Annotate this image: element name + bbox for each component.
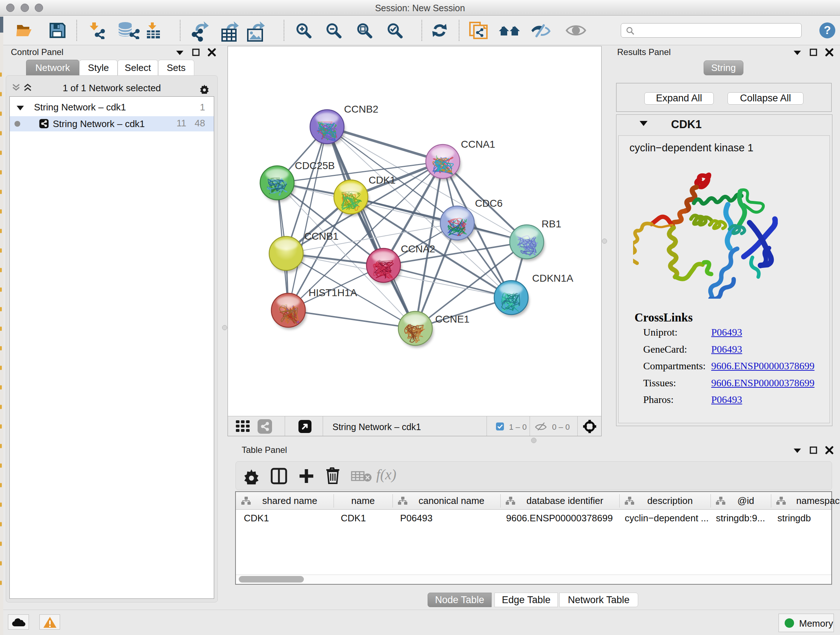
svg-text:CDK1: CDK1: [369, 174, 396, 186]
svg-text:CCNA2: CCNA2: [401, 243, 435, 255]
svg-text:CCNB1: CCNB1: [304, 231, 339, 242]
svg-text:RB1: RB1: [542, 218, 561, 230]
svg-text:CDC6: CDC6: [475, 198, 502, 209]
svg-text:CDC25B: CDC25B: [295, 160, 335, 171]
svg-text:CDKN1A: CDKN1A: [532, 272, 573, 284]
svg-text:CCNA1: CCNA1: [461, 139, 495, 150]
svg-text:HIST1H1A: HIST1H1A: [309, 287, 357, 298]
svg-text:CCNB2: CCNB2: [344, 103, 378, 115]
svg-text:CCNE1: CCNE1: [435, 314, 470, 325]
svg-text:?: ?: [824, 24, 831, 36]
